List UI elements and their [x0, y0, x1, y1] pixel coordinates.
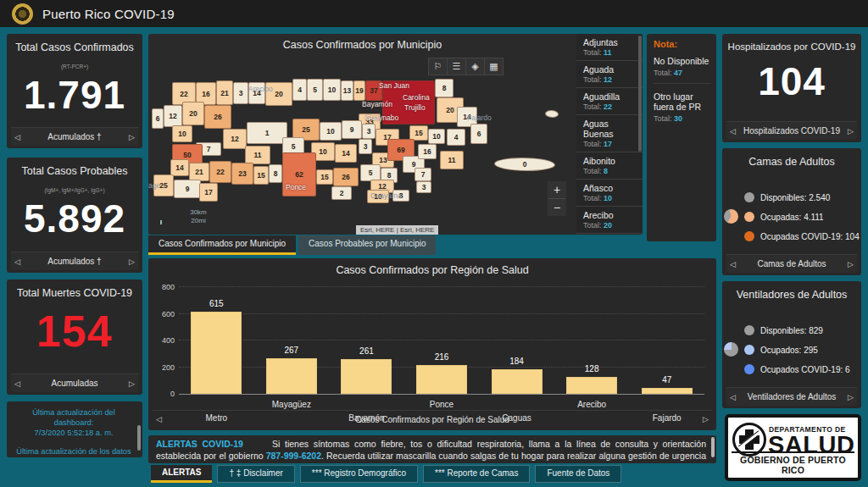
- map-municipality-cell[interactable]: 3: [359, 139, 372, 154]
- legend-icon[interactable]: ☰: [448, 58, 466, 75]
- map-municipality-cell[interactable]: 9: [174, 180, 201, 198]
- bar-arecibo: [566, 377, 617, 394]
- municipality-list-item[interactable]: ArroyoTotal: 5: [576, 234, 643, 235]
- map-municipality-cell[interactable]: 8: [392, 190, 409, 202]
- prev-arrow-icon[interactable]: ◁: [14, 379, 20, 388]
- map-municipality-cell[interactable]: [382, 80, 435, 125]
- map-municipality-cell[interactable]: 21: [216, 80, 233, 105]
- map-municipality-cell[interactable]: 9: [342, 120, 362, 139]
- municipality-list-item[interactable]: AreciboTotal: 20: [576, 207, 643, 234]
- basemap-icon[interactable]: ▦: [485, 58, 503, 75]
- prev-arrow-icon[interactable]: ◁: [156, 415, 162, 423]
- map-municipality-cell[interactable]: 6: [470, 124, 487, 144]
- map-municipality-cell[interactable]: 13: [341, 80, 353, 101]
- prev-arrow-icon[interactable]: ◁: [730, 127, 736, 136]
- beds-available-dot-icon: [744, 192, 754, 202]
- municipality-list-item[interactable]: Aguas BuenasTotal: 17: [576, 115, 643, 152]
- map-municipality-cell[interactable]: 7: [415, 168, 431, 181]
- municipality-list-item[interactable]: AguadillaTotal: 22: [576, 88, 643, 115]
- map-municipality-cell[interactable]: 10: [320, 122, 342, 141]
- map-municipality-cell[interactable]: 10: [172, 125, 192, 142]
- map-municipality-cell[interactable]: [545, 110, 559, 118]
- prev-arrow-icon[interactable]: ◁: [730, 260, 736, 268]
- map-municipality-cell[interactable]: 2: [331, 186, 352, 200]
- map-municipality-cell[interactable]: 3: [416, 181, 431, 193]
- map-canvas[interactable]: Casos Confirmados por Municipio ⚐☰◈▦ + −…: [148, 34, 576, 235]
- zoom-in-button[interactable]: +: [548, 181, 566, 199]
- tab-alertas[interactable]: ALERTAS: [151, 465, 212, 483]
- chart-footer-tab[interactable]: Casos Confirmados por Región de Salud: [355, 415, 509, 424]
- map-municipality-cell[interactable]: 11: [245, 146, 270, 164]
- map-municipality-cell[interactable]: 6: [152, 108, 164, 129]
- map-municipality-cell[interactable]: 17: [199, 183, 218, 202]
- map-municipality-cell[interactable]: 14: [170, 159, 189, 176]
- next-arrow-icon[interactable]: ▷: [129, 133, 135, 141]
- map-municipality-cell[interactable]: 19: [353, 80, 365, 101]
- map-municipality-cell[interactable]: 21: [189, 163, 209, 181]
- map-municipality-cell[interactable]: 26: [333, 168, 359, 186]
- map-municipality-cell[interactable]: 62: [282, 152, 316, 196]
- map-municipality-cell[interactable]: 10: [323, 79, 341, 101]
- map-municipality-cell[interactable]: 25: [153, 174, 174, 196]
- tab-casos-probables-municipio[interactable]: Casos Probables por Municipio: [298, 235, 436, 255]
- zoom-out-button[interactable]: −: [548, 199, 566, 216]
- map-municipality-cell[interactable]: 8: [269, 164, 282, 183]
- tab-casos-confirmados-municipio[interactable]: Casos Confirmados por Municipio: [148, 235, 296, 255]
- map-municipality-cell[interactable]: 10: [367, 190, 389, 203]
- next-arrow-icon[interactable]: ▷: [703, 415, 709, 423]
- municipality-list-item[interactable]: AibonitoTotal: 8: [576, 152, 643, 180]
- next-arrow-icon[interactable]: ▷: [129, 379, 135, 388]
- tab-reporte-de-camas[interactable]: *** Reporte de Camas: [423, 465, 530, 483]
- bookmark-icon[interactable]: ⚐: [429, 58, 448, 75]
- tab-disclaimer[interactable]: † ‡ Disclaimer: [217, 465, 294, 483]
- beds-footer-tab[interactable]: Camas de Adultos: [757, 259, 826, 268]
- map-municipality-cell[interactable]: 0: [494, 158, 555, 171]
- next-arrow-icon[interactable]: ▷: [848, 393, 854, 401]
- map-municipality-cell[interactable]: 4: [447, 129, 465, 146]
- prev-arrow-icon[interactable]: ◁: [14, 133, 20, 141]
- map-municipality-cell[interactable]: 20: [265, 82, 292, 106]
- map-municipality-cell[interactable]: 3: [362, 124, 376, 139]
- tab-fuente-de-datos[interactable]: Fuente de Datos: [535, 465, 621, 483]
- list-scrollbar[interactable]: [638, 36, 642, 152]
- municipality-list-item[interactable]: AñascoTotal: 10: [576, 180, 643, 207]
- map-municipality-cell[interactable]: 1: [247, 122, 287, 144]
- map-municipality-cell[interactable]: 3: [233, 82, 248, 104]
- municipality-list-item[interactable]: AguadaTotal: 12: [576, 61, 643, 88]
- map-municipality-cell[interactable]: 16: [418, 144, 437, 159]
- map-municipality-cell[interactable]: 26: [204, 105, 231, 129]
- ventilators-footer-tab[interactable]: Ventiladores de Adultos: [748, 392, 837, 401]
- alerts-scrollbar[interactable]: [711, 437, 715, 457]
- map-municipality-cell[interactable]: 23: [231, 163, 253, 185]
- map-municipality-cell[interactable]: 20: [182, 102, 204, 125]
- alerts-phone[interactable]: 787-999-6202: [266, 451, 321, 461]
- map-municipality-cell[interactable]: 5: [307, 79, 323, 101]
- municipality-list: AdjuntasTotal: 11AguadaTotal: 12Aguadill…: [576, 34, 643, 235]
- map-municipality-cell[interactable]: 15: [316, 169, 333, 185]
- map-municipality-cell[interactable]: 12: [223, 129, 247, 149]
- municipality-list-item[interactable]: AdjuntasTotal: 11: [576, 34, 643, 61]
- probable-footer-tab[interactable]: Acumulados †: [47, 257, 101, 266]
- map-municipality-cell[interactable]: 15: [253, 166, 269, 185]
- map-municipality-cell[interactable]: 12: [164, 105, 182, 127]
- map-municipality-cell[interactable]: 11: [440, 151, 464, 169]
- layers-icon[interactable]: ◈: [466, 58, 485, 75]
- map-municipality-cell[interactable]: 22: [209, 161, 231, 183]
- map-municipality-cell[interactable]: 37: [365, 80, 382, 101]
- hospitalized-footer-tab[interactable]: Hospitalizados COVID-19: [743, 126, 840, 136]
- map-municipality-cell[interactable]: 8: [435, 79, 453, 97]
- next-arrow-icon[interactable]: ▷: [848, 127, 854, 136]
- map-municipality-cell[interactable]: 14: [248, 82, 265, 104]
- map-municipality-cell[interactable]: 14: [335, 144, 357, 163]
- next-arrow-icon[interactable]: ▷: [848, 260, 854, 268]
- prev-arrow-icon[interactable]: ◁: [14, 257, 20, 266]
- confirmed-footer-tab[interactable]: Acumulados †: [47, 132, 101, 141]
- next-arrow-icon[interactable]: ▷: [129, 257, 135, 266]
- map-municipality-cell[interactable]: 5: [360, 164, 381, 181]
- deaths-footer-tab[interactable]: Acumuladas: [51, 379, 97, 388]
- updates-scrollbar[interactable]: [137, 425, 141, 451]
- map-municipality-cell[interactable]: 10: [428, 129, 445, 144]
- map-municipality-cell[interactable]: 4: [292, 79, 307, 101]
- tab-registro-demografico[interactable]: *** Registro Demográfico: [300, 465, 418, 483]
- prev-arrow-icon[interactable]: ◁: [730, 393, 736, 401]
